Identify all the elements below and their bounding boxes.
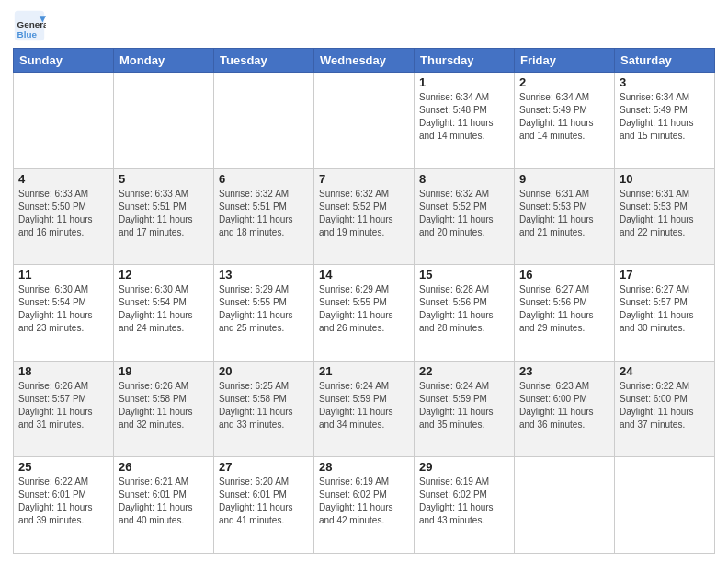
calendar-cell: 19Sunrise: 6:26 AM Sunset: 5:58 PM Dayli… (114, 361, 214, 457)
day-number: 3 (620, 75, 710, 89)
day-info: Sunrise: 6:34 AM Sunset: 5:49 PM Dayligh… (519, 91, 609, 143)
day-number: 8 (419, 172, 509, 186)
day-number: 4 (18, 172, 108, 186)
day-number: 12 (119, 268, 209, 282)
calendar-cell: 17Sunrise: 6:27 AM Sunset: 5:57 PM Dayli… (615, 265, 715, 362)
day-info: Sunrise: 6:30 AM Sunset: 5:54 PM Dayligh… (119, 283, 209, 335)
day-number: 20 (219, 364, 309, 378)
day-number: 7 (319, 172, 409, 186)
calendar-cell: 21Sunrise: 6:24 AM Sunset: 5:59 PM Dayli… (314, 361, 415, 457)
day-info: Sunrise: 6:34 AM Sunset: 5:48 PM Dayligh… (419, 91, 509, 143)
calendar-cell: 9Sunrise: 6:31 AM Sunset: 5:53 PM Daylig… (515, 168, 615, 265)
page: General Blue SundayMondayTuesdayWednesda… (0, 0, 728, 563)
day-number: 6 (219, 172, 309, 186)
day-info: Sunrise: 6:32 AM Sunset: 5:52 PM Dayligh… (319, 188, 409, 239)
calendar-day-header: Monday (114, 49, 214, 73)
calendar-week-row: 25Sunrise: 6:22 AM Sunset: 6:01 PM Dayli… (14, 457, 715, 554)
day-info: Sunrise: 6:31 AM Sunset: 5:53 PM Dayligh… (620, 188, 710, 239)
day-info: Sunrise: 6:19 AM Sunset: 6:02 PM Dayligh… (319, 476, 409, 527)
day-number: 26 (119, 460, 209, 474)
day-info: Sunrise: 6:33 AM Sunset: 5:51 PM Dayligh… (119, 188, 209, 239)
calendar-cell: 12Sunrise: 6:30 AM Sunset: 5:54 PM Dayli… (114, 265, 214, 362)
calendar-header-row: SundayMondayTuesdayWednesdayThursdayFrid… (14, 49, 715, 73)
day-info: Sunrise: 6:23 AM Sunset: 6:00 PM Dayligh… (519, 380, 609, 431)
day-info: Sunrise: 6:34 AM Sunset: 5:49 PM Dayligh… (620, 91, 710, 143)
calendar-cell: 1Sunrise: 6:34 AM Sunset: 5:48 PM Daylig… (415, 73, 515, 169)
day-number: 9 (519, 172, 609, 186)
calendar-cell: 20Sunrise: 6:25 AM Sunset: 5:58 PM Dayli… (214, 361, 314, 457)
calendar-cell (314, 73, 415, 169)
day-number: 15 (419, 268, 509, 282)
day-number: 21 (319, 364, 409, 378)
calendar-week-row: 11Sunrise: 6:30 AM Sunset: 5:54 PM Dayli… (14, 265, 715, 362)
calendar-cell: 4Sunrise: 6:33 AM Sunset: 5:50 PM Daylig… (14, 168, 114, 265)
calendar-day-header: Tuesday (214, 49, 314, 73)
calendar-cell: 25Sunrise: 6:22 AM Sunset: 6:01 PM Dayli… (14, 457, 114, 554)
day-number: 1 (419, 75, 509, 89)
day-number: 13 (219, 268, 309, 282)
calendar-cell: 22Sunrise: 6:24 AM Sunset: 5:59 PM Dayli… (415, 361, 515, 457)
day-info: Sunrise: 6:33 AM Sunset: 5:50 PM Dayligh… (18, 188, 108, 239)
calendar-cell: 18Sunrise: 6:26 AM Sunset: 5:57 PM Dayli… (14, 361, 114, 457)
calendar-day-header: Sunday (14, 49, 114, 73)
calendar-day-header: Friday (515, 49, 615, 73)
calendar-cell (515, 457, 615, 554)
header: General Blue (13, 9, 715, 42)
calendar-cell: 8Sunrise: 6:32 AM Sunset: 5:52 PM Daylig… (415, 168, 515, 265)
calendar-cell: 24Sunrise: 6:22 AM Sunset: 6:00 PM Dayli… (615, 361, 715, 457)
logo: General Blue (13, 9, 50, 42)
calendar-cell: 5Sunrise: 6:33 AM Sunset: 5:51 PM Daylig… (114, 168, 214, 265)
calendar-day-header: Wednesday (314, 49, 415, 73)
day-info: Sunrise: 6:24 AM Sunset: 5:59 PM Dayligh… (319, 380, 409, 431)
day-number: 17 (620, 268, 710, 282)
day-number: 16 (519, 268, 609, 282)
calendar-cell: 10Sunrise: 6:31 AM Sunset: 5:53 PM Dayli… (615, 168, 715, 265)
day-info: Sunrise: 6:26 AM Sunset: 5:57 PM Dayligh… (18, 380, 108, 431)
day-info: Sunrise: 6:30 AM Sunset: 5:54 PM Dayligh… (18, 283, 108, 335)
calendar-week-row: 1Sunrise: 6:34 AM Sunset: 5:48 PM Daylig… (14, 73, 715, 169)
calendar-day-header: Thursday (415, 49, 515, 73)
day-info: Sunrise: 6:24 AM Sunset: 5:59 PM Dayligh… (419, 380, 509, 431)
calendar-cell: 27Sunrise: 6:20 AM Sunset: 6:01 PM Dayli… (214, 457, 314, 554)
day-info: Sunrise: 6:26 AM Sunset: 5:58 PM Dayligh… (119, 380, 209, 431)
svg-text:Blue: Blue (17, 29, 38, 40)
calendar-day-header: Saturday (615, 49, 715, 73)
calendar-cell: 26Sunrise: 6:21 AM Sunset: 6:01 PM Dayli… (114, 457, 214, 554)
day-number: 23 (519, 364, 609, 378)
calendar-cell (14, 73, 114, 169)
day-number: 24 (620, 364, 710, 378)
day-info: Sunrise: 6:28 AM Sunset: 5:56 PM Dayligh… (419, 283, 509, 335)
calendar-cell (615, 457, 715, 554)
day-info: Sunrise: 6:22 AM Sunset: 6:01 PM Dayligh… (18, 476, 108, 527)
calendar-cell: 2Sunrise: 6:34 AM Sunset: 5:49 PM Daylig… (515, 73, 615, 169)
calendar-cell: 16Sunrise: 6:27 AM Sunset: 5:56 PM Dayli… (515, 265, 615, 362)
day-info: Sunrise: 6:27 AM Sunset: 5:57 PM Dayligh… (620, 283, 710, 335)
day-number: 27 (219, 460, 309, 474)
day-info: Sunrise: 6:20 AM Sunset: 6:01 PM Dayligh… (219, 476, 309, 527)
day-info: Sunrise: 6:32 AM Sunset: 5:52 PM Dayligh… (419, 188, 509, 239)
day-number: 2 (519, 75, 609, 89)
day-info: Sunrise: 6:27 AM Sunset: 5:56 PM Dayligh… (519, 283, 609, 335)
calendar-cell: 6Sunrise: 6:32 AM Sunset: 5:51 PM Daylig… (214, 168, 314, 265)
day-info: Sunrise: 6:29 AM Sunset: 5:55 PM Dayligh… (319, 283, 409, 335)
day-info: Sunrise: 6:29 AM Sunset: 5:55 PM Dayligh… (219, 283, 309, 335)
day-number: 28 (319, 460, 409, 474)
calendar-cell (214, 73, 314, 169)
calendar-cell: 23Sunrise: 6:23 AM Sunset: 6:00 PM Dayli… (515, 361, 615, 457)
day-info: Sunrise: 6:31 AM Sunset: 5:53 PM Dayligh… (519, 188, 609, 239)
calendar-cell: 29Sunrise: 6:19 AM Sunset: 6:02 PM Dayli… (415, 457, 515, 554)
calendar-cell: 7Sunrise: 6:32 AM Sunset: 5:52 PM Daylig… (314, 168, 415, 265)
day-number: 5 (119, 172, 209, 186)
day-number: 19 (119, 364, 209, 378)
calendar-cell (114, 73, 214, 169)
calendar-cell: 14Sunrise: 6:29 AM Sunset: 5:55 PM Dayli… (314, 265, 415, 362)
calendar-cell: 11Sunrise: 6:30 AM Sunset: 5:54 PM Dayli… (14, 265, 114, 362)
day-number: 11 (18, 268, 108, 282)
day-info: Sunrise: 6:32 AM Sunset: 5:51 PM Dayligh… (219, 188, 309, 239)
day-number: 22 (419, 364, 509, 378)
day-number: 18 (18, 364, 108, 378)
calendar-table: SundayMondayTuesdayWednesdayThursdayFrid… (13, 48, 715, 554)
day-number: 14 (319, 268, 409, 282)
day-info: Sunrise: 6:21 AM Sunset: 6:01 PM Dayligh… (119, 476, 209, 527)
calendar-cell: 3Sunrise: 6:34 AM Sunset: 5:49 PM Daylig… (615, 73, 715, 169)
